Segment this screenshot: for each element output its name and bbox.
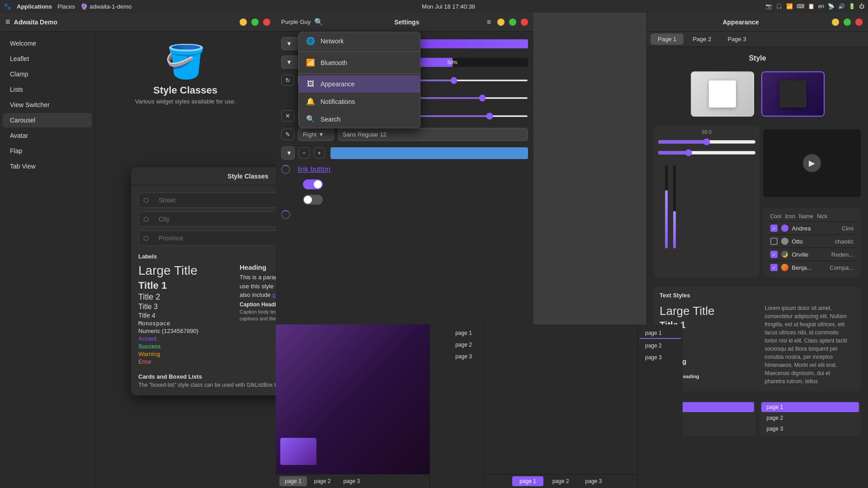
right-tab-3[interactable]: page 3 bbox=[640, 352, 681, 362]
edit-button[interactable]: ✎ bbox=[281, 129, 294, 140]
bottom-tab-p3-2[interactable]: page 3 bbox=[761, 424, 859, 434]
right-tab-2[interactable]: page 2 bbox=[640, 341, 681, 351]
toggle-switch-1[interactable] bbox=[303, 179, 323, 189]
cards-title: Cards and Boxed Lists bbox=[138, 373, 276, 380]
remove-button[interactable]: ✕ bbox=[281, 110, 294, 122]
page-tab-3[interactable]: Page 3 bbox=[720, 33, 753, 45]
list-item-andrea[interactable]: ✓ Andrea Cimi bbox=[767, 222, 858, 235]
appearance-minimize[interactable] bbox=[832, 19, 839, 26]
dropdown-bluetooth[interactable]: 📶 Bluetooth bbox=[299, 54, 420, 71]
settings-row-8: link button bbox=[281, 165, 528, 174]
headphone-icon[interactable]: 🎧 bbox=[776, 3, 783, 9]
bottom-tab-pg3[interactable]: page 3 bbox=[338, 476, 365, 486]
sidebar-item-lists[interactable]: Lists bbox=[3, 82, 92, 97]
top-bar: 🐾 Applications Places 🔮 adwaita-1-demo M… bbox=[0, 0, 868, 13]
text-styles-title: Text Styles bbox=[660, 292, 855, 299]
labels-section-title: Labels bbox=[138, 253, 276, 260]
video-thumbnail: ▶ bbox=[763, 129, 861, 197]
dropdown-appearance[interactable]: 🖼 Appearance bbox=[299, 75, 420, 93]
combo-right[interactable]: Right ▼ bbox=[298, 128, 334, 141]
applications-menu[interactable]: Applications bbox=[17, 3, 52, 10]
places-menu[interactable]: Places bbox=[57, 3, 75, 10]
vert-tab-2[interactable]: page 2 bbox=[446, 340, 482, 350]
maximize-button[interactable] bbox=[251, 19, 259, 26]
toggle-switch-2[interactable] bbox=[303, 195, 323, 205]
name-orville: Orville bbox=[792, 251, 809, 258]
minus-button[interactable]: − bbox=[298, 147, 310, 159]
settings-menu-icon[interactable]: ≡ bbox=[487, 18, 491, 26]
settings-row-10 bbox=[281, 195, 528, 205]
sidebar-item-leaflet[interactable]: Leaflet bbox=[3, 52, 92, 66]
bluetooth-icon-top[interactable]: 📶 bbox=[786, 3, 793, 9]
hamburger-icon[interactable]: ≡ bbox=[5, 17, 10, 27]
vert-tab-3[interactable]: page 3 bbox=[446, 352, 482, 361]
refresh-button[interactable]: ↻ bbox=[281, 75, 294, 86]
appearance-close[interactable] bbox=[855, 19, 863, 26]
settings-maximize[interactable] bbox=[509, 19, 516, 26]
sidebar-item-carousel[interactable]: Carousel bbox=[3, 113, 92, 127]
bottom-tab-p1-2[interactable]: page 1 bbox=[761, 402, 859, 412]
checkbox-andrea[interactable]: ✓ bbox=[770, 225, 778, 232]
province-input[interactable] bbox=[153, 231, 276, 245]
col-nick: Nick bbox=[817, 213, 827, 220]
bottom-tab-p2-2[interactable]: page 2 bbox=[761, 413, 859, 423]
dropdown-notifications[interactable]: 🔔 Notifications bbox=[299, 93, 420, 110]
sidebar-item-flap[interactable]: Flap bbox=[3, 144, 92, 158]
play-button[interactable]: ▶ bbox=[803, 154, 821, 172]
h-slider-1[interactable] bbox=[658, 138, 756, 145]
dark-theme-card[interactable] bbox=[761, 71, 825, 117]
bottom-tab-pg2[interactable]: page 2 bbox=[309, 476, 336, 486]
list-item-otto[interactable]: Otto chaotic bbox=[767, 235, 858, 248]
h-tab-1[interactable]: page 1 bbox=[512, 476, 543, 486]
col-cool: Cool bbox=[770, 213, 782, 220]
sidebar-item-clamp[interactable]: Clamp bbox=[3, 67, 92, 81]
sidebar-item-tabview[interactable]: Tab View bbox=[3, 159, 92, 174]
combo-font[interactable]: Sans Regular 12 bbox=[338, 128, 528, 141]
purple-guy-tab[interactable]: Purple Guy bbox=[281, 19, 311, 25]
list-item-benja[interactable]: ✓ Benja... Compa... bbox=[767, 261, 858, 274]
checkbox-orville[interactable]: ✓ bbox=[770, 251, 778, 258]
close-button[interactable] bbox=[263, 19, 270, 26]
checkbox-otto[interactable] bbox=[770, 238, 778, 245]
power-icon[interactable]: ⏻ bbox=[859, 3, 864, 9]
plus-button[interactable]: + bbox=[314, 147, 326, 159]
city-input[interactable] bbox=[153, 212, 276, 226]
screenshot-icon[interactable]: 📷 bbox=[765, 3, 772, 9]
bottom-tab-pg1[interactable]: page 1 bbox=[279, 476, 307, 486]
avatar-orville: 🌙 bbox=[781, 251, 788, 258]
minimize-button[interactable] bbox=[240, 19, 247, 26]
right-tab-1[interactable]: page 1 bbox=[640, 328, 681, 339]
sidebar-item-viewswitcher[interactable]: View Switcher bbox=[3, 98, 92, 112]
volume-icon[interactable]: 🔊 bbox=[838, 3, 845, 9]
h-tab-3[interactable]: page 3 bbox=[578, 476, 609, 486]
vert-tab-1[interactable]: page 1 bbox=[446, 328, 482, 338]
dropdown-network[interactable]: 🌐 Network bbox=[299, 32, 420, 50]
light-theme-card[interactable] bbox=[691, 71, 754, 117]
combo-box-3[interactable]: ▼ bbox=[281, 146, 295, 160]
page-tab-1[interactable]: Page 1 bbox=[651, 33, 684, 45]
clipboard-icon[interactable]: 📋 bbox=[808, 3, 815, 9]
network-icon-top[interactable]: 📡 bbox=[828, 3, 835, 9]
list-item-orville[interactable]: ✓ 🌙 Orville Reden... bbox=[767, 248, 858, 261]
h-tab-2[interactable]: page 2 bbox=[545, 476, 576, 486]
sidebar-item-welcome[interactable]: Welcome bbox=[3, 36, 92, 51]
style-classes-title: Style Classes bbox=[153, 84, 217, 96]
search-icon-settings[interactable]: 🔍 bbox=[314, 18, 323, 26]
page-tab-2[interactable]: Page 2 bbox=[685, 33, 718, 45]
checkbox-benja[interactable]: ✓ bbox=[770, 264, 778, 271]
dropdown-search[interactable]: 🔍 Search bbox=[299, 110, 420, 128]
copy-icon-3[interactable]: ⬡ bbox=[139, 235, 153, 242]
keyboard-icon[interactable]: ⌨ bbox=[797, 3, 804, 9]
appearance-maximize[interactable] bbox=[844, 19, 851, 26]
user-menu[interactable]: 🔮 adwaita-1-demo bbox=[80, 3, 132, 10]
settings-minimize[interactable] bbox=[497, 19, 505, 26]
body-link[interactable]: styling bbox=[272, 291, 276, 298]
sidebar-item-avatar[interactable]: Avatar bbox=[3, 128, 92, 143]
link-button[interactable]: link button bbox=[297, 165, 330, 174]
h-slider-2[interactable] bbox=[658, 149, 756, 156]
settings-close[interactable] bbox=[521, 19, 528, 26]
copy-icon-2[interactable]: ⬡ bbox=[139, 216, 153, 223]
copy-icon[interactable]: ⬡ bbox=[139, 197, 153, 204]
street-input[interactable] bbox=[153, 193, 276, 207]
labels-right: Heading This is a paragraph of a body co… bbox=[240, 263, 276, 366]
